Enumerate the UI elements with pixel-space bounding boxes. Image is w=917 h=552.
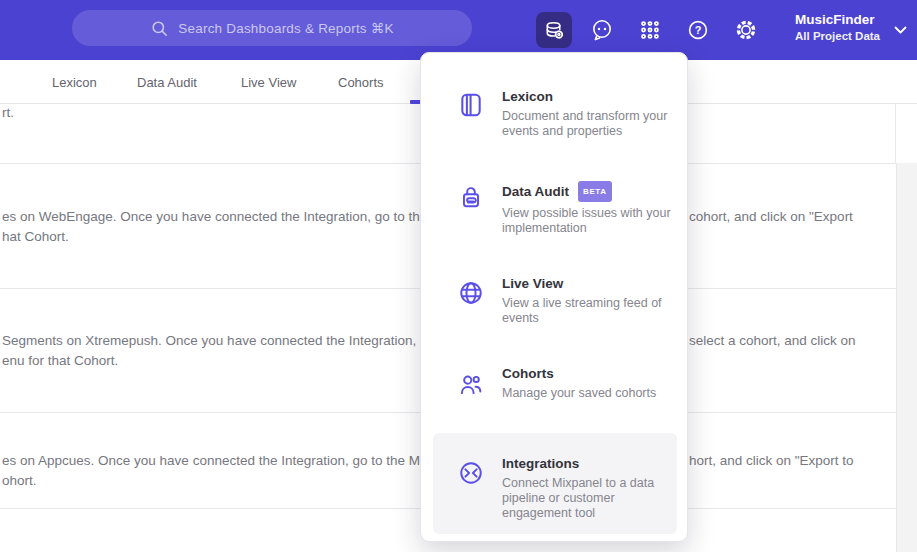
chevron-down-icon <box>894 26 907 35</box>
top-header: Search Dashboards & Reports ⌘K <box>0 0 917 60</box>
menu-item-title-text: Data Audit <box>502 184 569 199</box>
menu-item-desc: Document and transform your events and p… <box>502 109 674 139</box>
lock-audit-icon <box>458 183 484 211</box>
tab-live-view[interactable]: Live View <box>241 60 296 104</box>
row-text: Segments on Xtremepush. Once you have co… <box>2 331 416 351</box>
menu-item-desc: View possible issues with your implement… <box>502 206 694 236</box>
project-name: MusicFinder <box>795 11 880 28</box>
menu-item-title: Cohorts <box>502 366 702 382</box>
menu-item-desc: View a live streaming feed of events <box>502 296 690 326</box>
menu-item-title: Data AuditBETA <box>502 181 694 202</box>
tab-lexicon[interactable]: Lexicon <box>52 60 97 104</box>
row-text: es on WebEngage. Once you have connected… <box>2 207 427 227</box>
row-text: hort, and click on "Export to <box>689 451 854 471</box>
apps-grid-button[interactable] <box>638 18 662 42</box>
card-edge-line <box>895 104 896 163</box>
feedback-button[interactable] <box>590 18 614 42</box>
svg-text:?: ? <box>695 24 702 36</box>
row-text: select a cohort, and click on <box>689 331 856 351</box>
page-gutter <box>896 163 917 552</box>
people-icon <box>458 371 484 399</box>
help-button[interactable]: ? <box>686 18 710 42</box>
settings-button[interactable] <box>734 18 758 42</box>
project-switcher[interactable]: MusicFinder All Project Data <box>795 11 907 43</box>
search-icon <box>150 19 169 38</box>
app-root: Search Dashboards & Reports ⌘K <box>0 0 917 552</box>
data-management-dropdown: Lexicon Document and transform your even… <box>420 52 688 542</box>
tab-cohorts[interactable]: Cohorts <box>338 60 384 104</box>
sync-arrows-icon <box>458 459 484 487</box>
feedback-chat-icon <box>590 18 614 42</box>
database-gear-icon <box>543 19 566 42</box>
search-placeholder: Search Dashboards & Reports ⌘K <box>178 20 393 36</box>
search-bar[interactable]: Search Dashboards & Reports ⌘K <box>72 10 472 46</box>
data-management-button[interactable] <box>536 12 572 48</box>
beta-badge: BETA <box>578 181 612 202</box>
apps-grid-icon <box>639 19 661 41</box>
row-text: hat Cohort. <box>2 227 69 247</box>
row-text: cohort, and click on "Export <box>689 207 853 227</box>
tab-data-audit[interactable]: Data Audit <box>137 60 197 104</box>
globe-icon <box>458 279 484 307</box>
gear-icon <box>734 18 758 42</box>
menu-item-title: Integrations <box>502 456 670 472</box>
menu-item-title: Lexicon <box>502 89 674 105</box>
menu-item-desc: Connect Mixpanel to a data pipeline or c… <box>502 476 670 521</box>
book-icon <box>458 91 484 119</box>
help-icon: ? <box>686 18 710 42</box>
row-text: enu for that Cohort. <box>2 351 118 371</box>
project-scope: All Project Data <box>795 29 880 43</box>
row-text: es on Appcues. Once you have connected t… <box>2 451 420 471</box>
row-text: rt. <box>2 103 14 123</box>
menu-item-desc: Manage your saved cohorts <box>502 386 702 401</box>
row-text: ohort. <box>2 471 37 491</box>
menu-item-title: Live View <box>502 276 690 292</box>
